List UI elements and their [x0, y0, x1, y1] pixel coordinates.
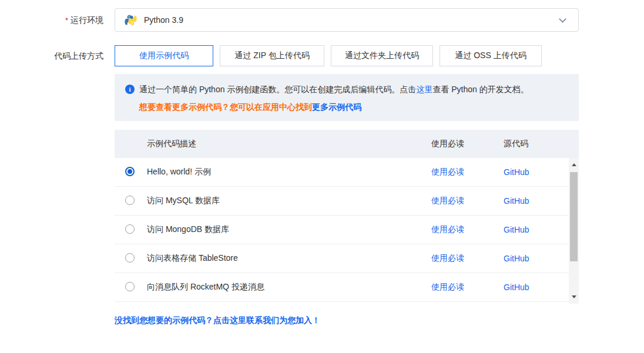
- table-row[interactable]: Hello, world! 示例 使用必读 GitHub: [115, 158, 569, 187]
- github-link[interactable]: GitHub: [504, 283, 529, 292]
- required-asterisk: *: [65, 16, 68, 25]
- runtime-select-value: Python 3.9: [144, 15, 560, 25]
- table-body: Hello, world! 示例 使用必读 GitHub 访问 MySQL 数据…: [115, 158, 579, 304]
- info-text-before-link: 通过一个简单的 Python 示例创建函数。您可以在创建完成后编辑代码。点击: [139, 85, 416, 94]
- more-samples-text: 想要查看更多示例代码？您可以在应用中心找到: [139, 102, 312, 112]
- header-readme: 使用必读: [431, 139, 504, 149]
- scrollbar-thumb[interactable]: [570, 172, 578, 261]
- readme-link[interactable]: 使用必读: [431, 253, 464, 263]
- table-row[interactable]: 访问 MySQL 数据库 使用必读 GitHub: [115, 187, 569, 216]
- table-row[interactable]: 访问 MongoDB 数据库 使用必读 GitHub: [115, 216, 569, 244]
- runtime-form-row: *运行环境 Python 3.9: [0, 8, 644, 32]
- info-line-2: 想要查看更多示例代码？您可以在应用中心找到更多示例代码: [139, 101, 568, 113]
- upload-method-form-row: 代码上传方式 使用示例代码 通过 ZIP 包上传代码 通过文件夹上传代码 通过 …: [0, 45, 644, 66]
- chevron-down-icon: [559, 15, 566, 23]
- github-link[interactable]: GitHub: [504, 225, 529, 234]
- readme-link[interactable]: 使用必读: [431, 224, 464, 234]
- github-link[interactable]: GitHub: [504, 254, 529, 263]
- header-source: 源代码: [504, 139, 579, 149]
- info-text-after-link: 查看 Python 的开发文档。: [432, 85, 528, 94]
- upload-method-label: 代码上传方式: [0, 45, 103, 66]
- upload-method-tabs: 使用示例代码 通过 ZIP 包上传代码 通过文件夹上传代码 通过 OSS 上传代…: [115, 45, 542, 66]
- app-center-link[interactable]: 更多示例代码: [312, 102, 361, 112]
- radio-button[interactable]: [125, 196, 135, 205]
- table-body-rows: Hello, world! 示例 使用必读 GitHub 访问 MySQL 数据…: [115, 158, 569, 302]
- info-line-1: i 通过一个简单的 Python 示例创建函数。您可以在创建完成后编辑代码。点击…: [125, 83, 568, 96]
- readme-link[interactable]: 使用必读: [431, 282, 464, 291]
- scroll-down-arrow-icon: [572, 295, 576, 298]
- sample-description: 向消息队列 RocketMQ 投递消息: [147, 282, 431, 293]
- readme-link[interactable]: 使用必读: [431, 196, 464, 205]
- table-header: 示例代码描述 使用必读 源代码: [115, 130, 579, 158]
- tab-upload-zip[interactable]: 通过 ZIP 包上传代码: [220, 45, 324, 66]
- scroll-up-arrow-icon: [572, 163, 576, 166]
- sample-description: 访问 MongoDB 数据库: [147, 224, 431, 235]
- scroll-down-button[interactable]: [569, 292, 579, 302]
- runtime-label: *运行环境: [0, 8, 103, 32]
- sample-description: 访问 MySQL 数据库: [147, 196, 431, 206]
- function-create-form: *运行环境 Python 3.9 代码上传方式 使用示例代码 通过 ZIP 包上…: [0, 8, 644, 353]
- sample-description: 访问表格存储 TableStore: [147, 253, 431, 264]
- tab-upload-oss[interactable]: 通过 OSS 上传代码: [440, 45, 542, 66]
- sample-code-table: 示例代码描述 使用必读 源代码 Hello, world! 示例 使用必读 Gi…: [115, 130, 579, 304]
- sample-description: Hello, world! 示例: [147, 167, 431, 177]
- header-description: 示例代码描述: [147, 139, 431, 149]
- github-link[interactable]: GitHub: [504, 196, 529, 206]
- scrollbar[interactable]: [569, 158, 579, 304]
- scroll-up-button[interactable]: [569, 160, 579, 170]
- radio-button[interactable]: [125, 282, 135, 291]
- python-logo-icon: [125, 14, 137, 26]
- contact-us-link[interactable]: 没找到您想要的示例代码？点击这里联系我们为您加入！: [115, 315, 320, 326]
- tab-upload-folder[interactable]: 通过文件夹上传代码: [331, 45, 433, 66]
- runtime-select[interactable]: Python 3.9: [115, 8, 579, 32]
- info-icon: i: [125, 85, 135, 94]
- table-row[interactable]: 向消息队列 RocketMQ 投递消息 使用必读 GitHub: [115, 273, 569, 302]
- readme-link[interactable]: 使用必读: [431, 167, 464, 176]
- github-link[interactable]: GitHub: [504, 167, 529, 177]
- docs-here-link[interactable]: 这里: [416, 85, 432, 94]
- table-row[interactable]: 访问表格存储 TableStore 使用必读 GitHub: [115, 244, 569, 273]
- tab-use-sample-code[interactable]: 使用示例代码: [115, 45, 213, 66]
- radio-button[interactable]: [125, 253, 135, 263]
- radio-button[interactable]: [125, 224, 135, 234]
- info-box: i 通过一个简单的 Python 示例创建函数。您可以在创建完成后编辑代码。点击…: [115, 74, 579, 121]
- radio-button[interactable]: [125, 167, 135, 176]
